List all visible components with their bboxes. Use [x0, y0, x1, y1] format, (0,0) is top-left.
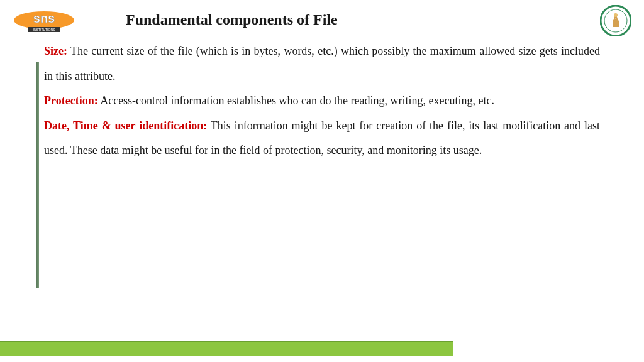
term-datetime: Date, Time & user identification:: [44, 119, 207, 132]
vertical-accent-bar: [36, 62, 39, 288]
content-area: Size: The current size of the file (whic…: [44, 39, 600, 163]
page-title: Fundamental components of File: [126, 11, 338, 28]
svg-point-6: [614, 13, 618, 17]
body-size: The current size of the file (which is i…: [44, 45, 600, 82]
paragraph-size: Size: The current size of the file (whic…: [44, 39, 600, 89]
paragraph-datetime: Date, Time & user identification: This i…: [44, 114, 600, 163]
sns-logo: sns INSTITUTIONS: [13, 6, 75, 35]
paragraph-protection: Protection: Access-control information e…: [44, 89, 600, 114]
body-protection: Access-control information establishes w…: [98, 94, 494, 107]
svg-text:sns: sns: [33, 11, 55, 25]
svg-text:INSTITUTIONS: INSTITUTIONS: [33, 28, 55, 31]
term-size: Size:: [44, 45, 67, 57]
college-seal: [600, 5, 631, 36]
footer-accent-bar: [0, 341, 453, 356]
term-protection: Protection:: [44, 94, 98, 107]
